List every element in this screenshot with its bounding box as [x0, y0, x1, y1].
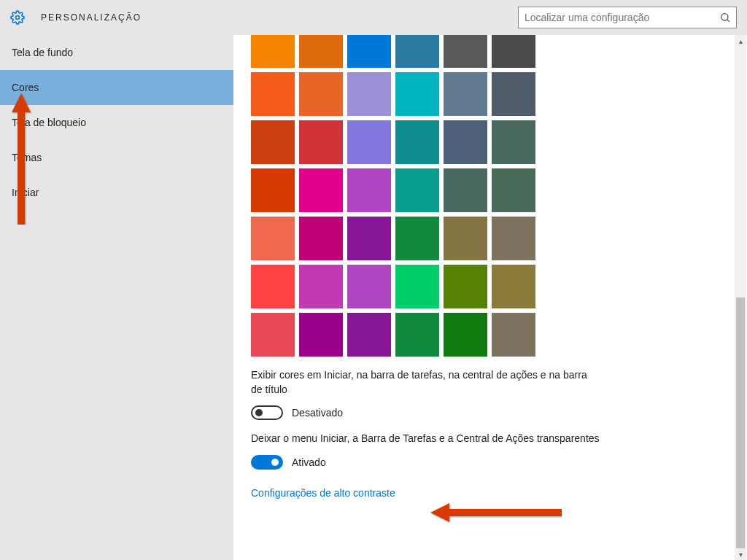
- color-swatch[interactable]: [299, 120, 343, 164]
- page-title: PERSONALIZAÇÃO: [41, 12, 142, 23]
- color-swatch[interactable]: [347, 35, 391, 68]
- show-color-state: Desativado: [292, 407, 343, 419]
- color-swatch[interactable]: [299, 168, 343, 212]
- sidebar-item-label: Tela de bloqueio: [12, 117, 86, 128]
- color-swatch[interactable]: [444, 35, 487, 68]
- color-swatch[interactable]: [347, 217, 391, 260]
- color-swatch[interactable]: [251, 217, 295, 260]
- search-box[interactable]: [518, 7, 737, 28]
- scroll-down-icon[interactable]: ▾: [735, 548, 746, 560]
- color-swatch[interactable]: [347, 265, 391, 308]
- sidebar-item-lockscreen[interactable]: Tela de bloqueio: [0, 105, 233, 140]
- show-color-toggle[interactable]: [251, 405, 283, 420]
- high-contrast-link[interactable]: Configurações de alto contraste: [251, 487, 395, 499]
- color-swatch[interactable]: [251, 120, 295, 164]
- color-swatch[interactable]: [395, 313, 439, 357]
- color-swatch[interactable]: [251, 313, 295, 357]
- color-swatch[interactable]: [444, 72, 487, 116]
- sidebar: Tela de fundo Cores Tela de bloqueio Tem…: [0, 35, 233, 560]
- color-swatch[interactable]: [299, 265, 343, 308]
- color-swatch[interactable]: [251, 168, 295, 212]
- main-content: Exibir cores em Iniciar, na barra de tar…: [233, 35, 747, 560]
- color-swatch[interactable]: [299, 217, 343, 260]
- show-color-label: Exibir cores em Iniciar, na barra de tar…: [251, 368, 601, 397]
- svg-point-1: [721, 14, 728, 20]
- color-swatch[interactable]: [492, 217, 535, 260]
- color-swatch[interactable]: [444, 120, 487, 164]
- scroll-thumb[interactable]: [736, 298, 745, 548]
- color-swatch[interactable]: [395, 265, 439, 308]
- color-swatch[interactable]: [492, 72, 535, 116]
- color-swatch[interactable]: [251, 72, 295, 116]
- sidebar-item-label: Iniciar: [12, 187, 39, 198]
- color-swatch[interactable]: [492, 35, 535, 68]
- color-swatch[interactable]: [395, 217, 439, 260]
- color-swatch[interactable]: [492, 168, 535, 212]
- header: PERSONALIZAÇÃO: [0, 0, 747, 35]
- color-swatch[interactable]: [299, 313, 343, 357]
- sidebar-item-background[interactable]: Tela de fundo: [0, 35, 233, 70]
- color-swatch[interactable]: [251, 265, 295, 308]
- transparency-state: Ativado: [292, 456, 326, 468]
- svg-line-2: [727, 20, 729, 22]
- color-swatch[interactable]: [395, 168, 439, 212]
- color-swatch[interactable]: [492, 313, 535, 357]
- color-swatch[interactable]: [251, 35, 295, 68]
- search-icon: [719, 12, 731, 23]
- color-swatch[interactable]: [492, 120, 535, 164]
- color-swatch[interactable]: [299, 35, 343, 68]
- search-input[interactable]: [518, 7, 737, 28]
- color-swatch[interactable]: [444, 313, 487, 357]
- sidebar-item-start[interactable]: Iniciar: [0, 175, 233, 210]
- color-grid: [251, 35, 729, 357]
- gear-icon: [10, 10, 25, 25]
- color-swatch[interactable]: [444, 265, 487, 308]
- scrollbar[interactable]: ▴ ▾: [735, 35, 746, 560]
- color-swatch[interactable]: [347, 168, 391, 212]
- sidebar-item-label: Cores: [12, 82, 39, 93]
- color-swatch[interactable]: [395, 35, 439, 68]
- color-swatch[interactable]: [347, 313, 391, 357]
- svg-point-0: [16, 16, 20, 20]
- color-swatch[interactable]: [347, 120, 391, 164]
- color-swatch[interactable]: [444, 168, 487, 212]
- transparency-toggle[interactable]: [251, 455, 283, 470]
- sidebar-item-colors[interactable]: Cores: [0, 70, 233, 105]
- transparency-label: Deixar o menu Iniciar, a Barra de Tarefa…: [251, 432, 601, 446]
- color-swatch[interactable]: [395, 120, 439, 164]
- sidebar-item-label: Temas: [12, 152, 42, 163]
- color-swatch[interactable]: [395, 72, 439, 116]
- color-swatch[interactable]: [299, 72, 343, 116]
- color-swatch[interactable]: [492, 265, 535, 308]
- scroll-up-icon[interactable]: ▴: [735, 35, 746, 47]
- color-swatch[interactable]: [347, 72, 391, 116]
- sidebar-item-label: Tela de fundo: [12, 47, 73, 58]
- color-swatch[interactable]: [444, 217, 487, 260]
- sidebar-item-themes[interactable]: Temas: [0, 140, 233, 175]
